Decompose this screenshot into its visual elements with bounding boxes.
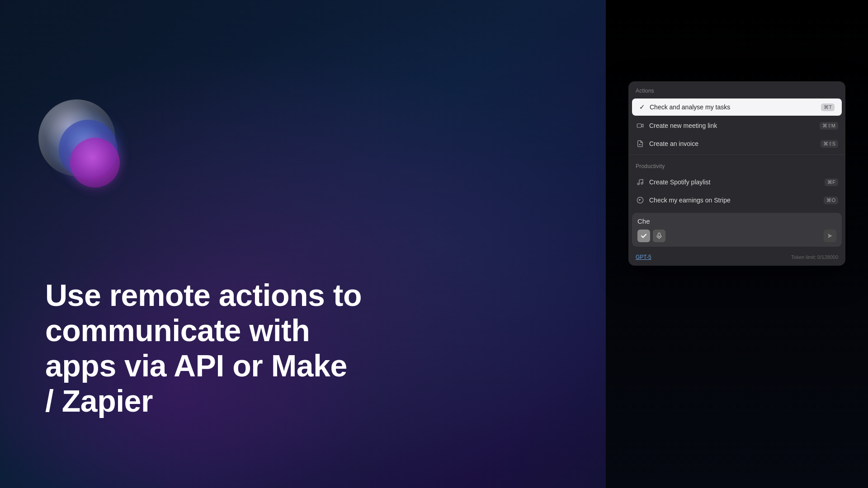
input-controls (637, 230, 836, 242)
action-label-stripe: Check my earnings on Stripe (649, 197, 824, 204)
input-text: Che (637, 217, 836, 225)
action-label-create-invoice: Create an invoice (649, 140, 821, 147)
svg-point-3 (641, 183, 643, 184)
divider-1 (628, 155, 845, 155)
token-limit-label: Token limit: 0/128000 (791, 254, 838, 260)
svg-point-4 (639, 200, 640, 200)
action-item-spotify[interactable]: Create Spotify playlist ⌘F (628, 173, 845, 191)
action-item-create-invoice[interactable]: Create an invoice ⌘⇧S (628, 135, 845, 153)
left-panel: Use remote actions to communicate with a… (0, 0, 606, 488)
section-label-actions: Actions (628, 81, 845, 98)
action-item-check-tasks[interactable]: ✓ Check and analyse my tasks ⌘T (632, 99, 842, 116)
svg-point-2 (637, 183, 639, 185)
music-icon (636, 178, 645, 187)
main-heading: Use remote actions to communicate with a… (45, 277, 362, 419)
shortcut-create-meeting: ⌘⇧M (820, 122, 838, 130)
actions-card: Actions ✓ Check and analyse my tasks ⌘T … (628, 81, 845, 266)
right-panel: Actions ✓ Check and analyse my tasks ⌘T … (606, 0, 868, 488)
svg-point-1 (639, 144, 640, 145)
shortcut-check-tasks: ⌘T (821, 103, 835, 111)
svg-rect-5 (658, 233, 660, 237)
shortcut-create-invoice: ⌘⇧S (821, 140, 838, 148)
action-label-spotify: Create Spotify playlist (649, 178, 825, 186)
video-icon (636, 121, 645, 130)
action-item-stripe[interactable]: Check my earnings on Stripe ⌘O (628, 191, 845, 209)
stripe-icon (636, 196, 645, 205)
doc-icon (636, 139, 645, 148)
gpt-model-badge[interactable]: GPT-5 (636, 254, 651, 260)
main-content: Use remote actions to communicate with a… (0, 0, 868, 488)
action-label-create-meeting: Create new meeting link (649, 122, 820, 129)
input-left-controls (637, 230, 665, 242)
svg-rect-0 (637, 124, 641, 127)
send-button[interactable] (824, 230, 836, 242)
section-label-productivity: Productivity (628, 157, 845, 173)
action-item-create-meeting[interactable]: Create new meeting link ⌘⇧M (628, 117, 845, 135)
shortcut-stripe: ⌘O (824, 197, 838, 204)
action-label-check-tasks: Check and analyse my tasks (650, 103, 821, 111)
check-button[interactable] (637, 230, 650, 242)
microphone-button[interactable] (653, 230, 665, 242)
card-footer: GPT-5 Token limit: 0/128000 (628, 250, 845, 266)
siri-circle-magenta (70, 138, 120, 188)
heading-area: Use remote actions to communicate with a… (45, 277, 561, 419)
check-icon: ✓ (639, 103, 645, 111)
siri-icon (38, 99, 129, 190)
shortcut-spotify: ⌘F (825, 178, 838, 186)
input-area[interactable]: Che (632, 213, 842, 247)
